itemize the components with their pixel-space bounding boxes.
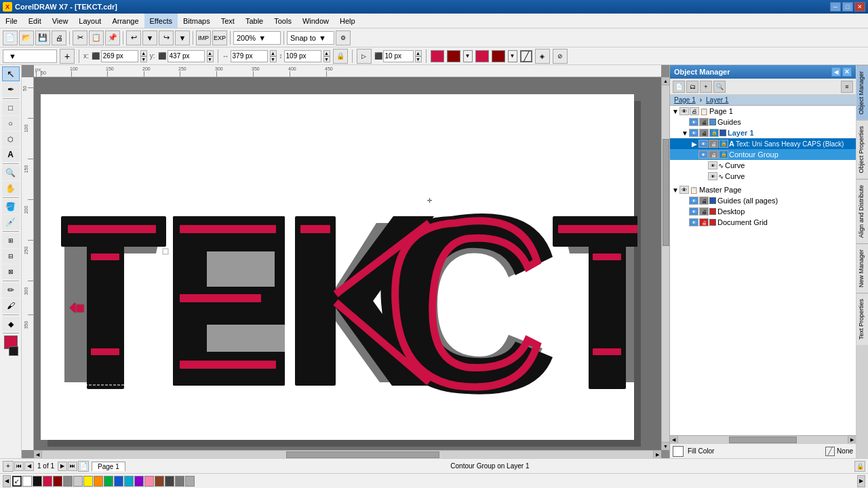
master-vis-icon[interactable]: 👁 — [679, 186, 689, 194]
snap-dropdown[interactable]: Snap to ▼ — [287, 31, 334, 45]
page-next-btn[interactable]: ▶ — [58, 462, 67, 471]
guides-all-vis[interactable]: 👁 — [689, 197, 698, 205]
export-button[interactable]: EXP — [212, 30, 227, 45]
right-tab-object-properties[interactable]: Object Properties — [856, 120, 868, 179]
presets-dropdown[interactable]: ▼ — [3, 49, 57, 63]
scroll-track-h[interactable] — [42, 451, 653, 458]
swatch-green[interactable] — [104, 476, 113, 487]
scroll-thumb-h2[interactable] — [729, 436, 797, 443]
tree-guides-all[interactable]: 👁 🖨 Guides (all pages) — [670, 195, 856, 206]
curve1-vis-icon[interactable]: 👁 — [708, 161, 717, 169]
tree-contour-group[interactable]: 👁 🖨 🔒 Contour Group — [670, 149, 856, 160]
nudge-up[interactable]: ▲ — [415, 50, 422, 56]
color-btn-red[interactable] — [431, 50, 444, 62]
page1-vis-icon[interactable]: 👁 — [679, 107, 689, 115]
menu-edit[interactable]: Edit — [23, 14, 47, 28]
transform-btn1[interactable]: ▷ — [357, 49, 372, 64]
guides-print-icon[interactable]: 🖨 — [699, 118, 709, 126]
tree-page1[interactable]: ▼ 👁 🖨 📋 Page 1 — [670, 106, 856, 117]
layer1-print-icon[interactable]: 🖨 — [699, 129, 709, 137]
page1-print-icon[interactable]: 🖨 — [690, 107, 699, 115]
blend-tool[interactable]: ⊞ — [2, 233, 20, 248]
distort-tool[interactable]: ⊠ — [2, 264, 20, 279]
menu-effects[interactable]: Effects — [144, 14, 178, 28]
cut-button[interactable]: ✂ — [73, 30, 87, 45]
y-down[interactable]: ▼ — [207, 56, 214, 62]
close-button[interactable]: ✕ — [854, 2, 865, 12]
freehand-tool[interactable]: ✒ — [2, 82, 20, 97]
page-tab-active[interactable]: Page 1 — [92, 462, 125, 471]
swatch-cyan[interactable] — [124, 476, 134, 487]
guides-vis-icon[interactable]: 👁 — [689, 118, 698, 126]
guides-all-print[interactable]: 🖨 — [699, 197, 709, 205]
paste-button[interactable]: 📌 — [105, 30, 120, 45]
snap-settings[interactable]: ⚙ — [336, 30, 351, 45]
fill-tool[interactable]: 🪣 — [2, 199, 20, 214]
snap-lock-btn[interactable]: 🔒 — [854, 461, 865, 472]
panel-arrow-left[interactable]: ◀ — [831, 67, 841, 77]
tree-master-page[interactable]: ▼ 👁 📋 Master Page — [670, 184, 856, 195]
open-button[interactable]: 📂 — [19, 30, 34, 45]
eye-dropper-tool[interactable]: 💉 — [2, 215, 20, 230]
swatch-silver[interactable] — [185, 476, 195, 487]
grid-vis[interactable]: 👁 — [689, 218, 698, 226]
scroll-left-btn[interactable]: ◀ — [34, 451, 42, 459]
menu-layout[interactable]: Layout — [73, 14, 106, 28]
ellipse-tool[interactable]: ○ — [2, 116, 20, 131]
text-vis-icon[interactable]: 👁 — [698, 140, 708, 148]
menu-bitmaps[interactable]: Bitmaps — [178, 14, 216, 28]
menu-file[interactable]: File — [0, 14, 23, 28]
copy-button[interactable]: 📋 — [89, 30, 104, 45]
scroll-left2[interactable]: ◀ — [670, 436, 678, 444]
menu-tools[interactable]: Tools — [269, 14, 297, 28]
layer1-vis-icon[interactable]: 👁 — [689, 129, 698, 137]
panel-bottom-scrollbar[interactable]: ◀ ▶ — [670, 435, 856, 443]
menu-text[interactable]: Text — [216, 14, 240, 28]
undo-button[interactable]: ↩ — [126, 30, 141, 45]
swatch-lightgray[interactable] — [73, 476, 83, 487]
zoom-tool[interactable]: 🔍 — [2, 165, 20, 180]
panel-tb-btn3[interactable]: + — [700, 81, 712, 93]
right-tab-text-props[interactable]: Text Properties — [856, 293, 868, 345]
swatch-gray1[interactable] — [63, 476, 73, 487]
right-tab-object-manager[interactable]: Object Manager — [856, 65, 868, 120]
tree-document-grid[interactable]: 👁 🖨 Document Grid — [670, 217, 856, 228]
save-button[interactable]: 💾 — [35, 30, 50, 45]
text-tool[interactable]: A — [2, 147, 20, 162]
swatch-brown[interactable] — [155, 476, 164, 487]
color-dropdown[interactable]: ▼ — [463, 50, 473, 62]
text-print-icon[interactable]: 🖨 — [709, 140, 718, 148]
swatch-darkgray[interactable] — [165, 476, 174, 487]
menu-view[interactable]: View — [47, 14, 74, 28]
select-tool[interactable]: ↖ — [2, 66, 20, 81]
color-btn-darkred2[interactable] — [492, 50, 505, 62]
page-prev-btn[interactable]: ◀ — [24, 462, 34, 471]
new-button[interactable]: 📄 — [3, 30, 18, 45]
color-dropdown2[interactable]: ▼ — [508, 50, 517, 62]
panel-tb-btn2[interactable]: 🗂 — [686, 81, 698, 93]
redo-button[interactable]: ↪ — [159, 30, 174, 45]
scroll-track-v[interactable] — [663, 85, 669, 442]
scroll-thumb-v[interactable] — [663, 139, 669, 246]
y-input[interactable] — [167, 50, 205, 62]
swatch-pink[interactable] — [144, 476, 154, 487]
color-btn-darkred[interactable] — [447, 50, 460, 62]
h-down[interactable]: ▼ — [323, 56, 330, 62]
tree-text-obj[interactable]: ▶ 👁 🖨 🔒 A Text: Uni Sans Heavy CAPS (Bla… — [670, 138, 856, 149]
panel-options-btn[interactable]: ≡ — [841, 81, 853, 93]
master-expand[interactable]: ▼ — [671, 186, 679, 194]
desktop-print[interactable]: 🖨 — [699, 207, 709, 216]
contour-lock-icon[interactable]: 🔒 — [719, 150, 728, 159]
polygon-tool[interactable]: ⬡ — [2, 131, 20, 146]
tree-curve1[interactable]: 👁 ∿ Curve — [670, 160, 856, 171]
swatch-yellow[interactable] — [83, 476, 93, 487]
import-button[interactable]: IMP — [196, 30, 211, 45]
layer1-lock-icon[interactable]: 🔒 — [709, 129, 719, 137]
scroll-right-btn[interactable]: ▶ — [653, 451, 661, 459]
lock-ratio[interactable]: 🔒 — [333, 49, 348, 64]
color-btn-red2[interactable] — [475, 50, 489, 62]
zoom-dropdown[interactable]: 200% ▼ — [233, 31, 281, 45]
swatch-arrow[interactable]: ↙ — [12, 476, 22, 487]
tree-expand-page1[interactable]: ▼ — [671, 108, 679, 115]
x-input[interactable] — [101, 50, 138, 62]
